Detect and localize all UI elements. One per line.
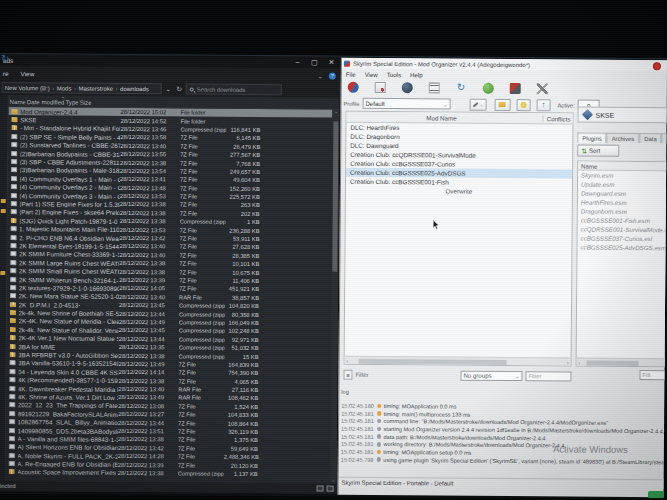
tab[interactable]: Archives — [607, 133, 640, 143]
menu-item[interactable]: Help — [410, 71, 423, 78]
menu-item[interactable]: View — [365, 70, 378, 77]
notification-icon[interactable] — [653, 62, 661, 70]
tab[interactable]: Data — [639, 133, 662, 143]
profile-select[interactable]: Default ⌄ — [362, 98, 450, 110]
open-folder-button[interactable] — [494, 98, 510, 110]
file-type-icon — [11, 226, 17, 231]
filter-menu-button[interactable]: ≡ — [343, 369, 352, 379]
scroll-right-icon[interactable]: › — [567, 359, 569, 365]
column-header[interactable]: Name — [9, 95, 26, 106]
menu-item[interactable]: Tools — [387, 71, 401, 78]
conflicts-column-header[interactable]: Conflicts — [543, 115, 571, 122]
add-instance-icon[interactable] — [483, 83, 494, 94]
log-timestamp: 15:02:45.181 — [341, 433, 374, 439]
file-name: 891921229_BakaFactorySLALAnimation5.40 — [18, 410, 119, 418]
file-name: 2K SMIM Furniture Chest-33369-1-1-1603..… — [19, 250, 120, 258]
plugins-filter-input[interactable]: Filt — [639, 370, 665, 380]
file-name: 2k-4k. New Statue of Shalidor. Version 1… — [18, 326, 119, 334]
file-type-icon — [11, 117, 17, 122]
ribbon-tab[interactable]: re — [3, 70, 9, 77]
file-date: 28/12/2022 13:49 — [118, 394, 178, 400]
table-row[interactable]: Acoustic Space Improvement Fixes (1.2.0.… — [6, 468, 330, 479]
breadcrumb-segment[interactable]: New Volume (B:) — [5, 85, 57, 91]
refresh-icon[interactable] — [456, 83, 467, 94]
update-button[interactable]: ↑ — [536, 99, 550, 111]
tab[interactable]: Saves — [662, 133, 667, 143]
file-type: Compressed (zipp... — [179, 319, 225, 325]
report-icon[interactable] — [375, 82, 386, 93]
refresh-icon[interactable]: ↻ — [175, 85, 184, 93]
chevron-down-icon[interactable]: ⌄ — [318, 72, 323, 79]
column-header[interactable]: Size — [79, 96, 92, 107]
log-level-icon — [376, 442, 381, 447]
file-size: 1,375 KB — [224, 437, 258, 443]
scrollbar-thumb[interactable] — [332, 122, 338, 272]
column-header[interactable]: Type — [64, 96, 78, 107]
mod-list: DLC: HearthFiresDLC: DragonbornDLC: Dawn… — [346, 123, 572, 188]
file-type: 7Z File — [179, 277, 225, 283]
tools-dropdown-button[interactable]: ⌄ — [469, 98, 486, 110]
file-date: 28/12/2022 13:48 — [120, 185, 180, 191]
executable-select[interactable]: SKSE — [577, 107, 666, 124]
breadcrumb-segment[interactable]: downloads — [120, 85, 154, 91]
log-message: timing: MOApplication 0.0 ms — [384, 403, 457, 410]
file-type: Compressed (zipp... — [179, 345, 225, 351]
log-timestamp: 15:02:45.181 — [341, 410, 374, 416]
executables-icon[interactable] — [429, 82, 440, 93]
scroll-left-icon[interactable]: ‹ — [579, 359, 581, 365]
log-message: timing: main() multiprocess 133 ms — [384, 411, 471, 418]
file-type-icon — [9, 419, 15, 424]
horizontal-scrollbar[interactable]: ‹ — [577, 358, 667, 367]
minimize-button[interactable]: – — [289, 56, 306, 68]
help-icon[interactable]: ? — [329, 72, 336, 79]
tab[interactable]: Plugins — [577, 133, 606, 143]
file-type-icon — [10, 360, 16, 365]
nexus-icon[interactable] — [402, 82, 413, 93]
file-name: 2K-4K Ver.1 New Nocturnal Statue SE-56..… — [18, 334, 119, 342]
search-input[interactable]: Search downloads — [186, 83, 282, 95]
sort-button[interactable]: ⇅ Sort — [577, 145, 619, 157]
settings-icon[interactable] — [537, 83, 548, 94]
mod-name-column-header[interactable]: Mod Name — [346, 114, 536, 122]
ribbon-tab[interactable]: View — [21, 70, 35, 77]
file-type: Compressed (zipp... — [179, 336, 225, 342]
log-level-icon — [377, 404, 382, 409]
breadcrumb-segment[interactable]: Masterstroke — [78, 85, 120, 91]
file-name: (4) Community Overlays 1 - Main - CBBE..… — [19, 175, 120, 183]
notifications-button[interactable] — [516, 99, 530, 111]
install-mod-icon[interactable] — [348, 82, 359, 93]
scrollbar-thumb[interactable] — [359, 358, 507, 364]
plugin-row[interactable]: ccBGSSSE025-AdvDSGS.esm — [577, 243, 667, 253]
folder-icon — [0, 271, 5, 275]
horizontal-scrollbar[interactable]: ‹ › — [345, 356, 571, 366]
file-size: 1,137 KB — [224, 471, 258, 477]
list-view-icon[interactable] — [317, 486, 324, 492]
address-dropdown-icon[interactable]: ⌄ — [164, 85, 173, 93]
breadcrumb[interactable]: New Volume (B:)ModsMasterstrokedownloads — [2, 82, 162, 94]
plugins-list: Skyrim.esmUpdate.esmDawnguard.esmHearthF… — [577, 171, 667, 253]
problems-icon[interactable] — [510, 83, 521, 94]
close-button[interactable]: ✕ — [323, 57, 340, 69]
file-type: 7Z File — [178, 412, 224, 418]
maximize-button[interactable]: ▢ — [306, 56, 323, 68]
scroll-down-icon[interactable]: ⌄ — [330, 477, 337, 483]
menu-item[interactable]: File — [346, 70, 356, 77]
breadcrumb-segment[interactable]: Mods — [57, 85, 79, 91]
file-name: 4K (Recommended)-38577-1-0-1595303546 — [18, 376, 119, 384]
scrollbar-thumb[interactable] — [587, 360, 639, 365]
scroll-up-icon[interactable]: ⌃ — [333, 111, 340, 117]
file-date: 28/12/2022 13:38 — [120, 159, 180, 165]
modlist-filter-input[interactable]: Filter — [525, 371, 571, 381]
column-header[interactable]: Date modified — [26, 95, 65, 106]
file-type: 7Z File — [179, 261, 225, 267]
file-name: (SJG) Quick Light Patch-19879-1-0 — [19, 217, 117, 225]
details-view-icon[interactable] — [327, 486, 334, 492]
filter-label: Filter — [355, 371, 368, 377]
file-size: 2,488,346 KB — [224, 454, 258, 460]
file-type-icon — [10, 277, 16, 282]
group-by-select[interactable]: No groups ⌄ — [460, 370, 522, 380]
file-type-icon — [10, 302, 16, 307]
scroll-left-icon[interactable]: ‹ — [347, 357, 349, 363]
overwrite-row[interactable]: Overwrite — [346, 186, 572, 197]
search-placeholder: Search downloads — [197, 86, 246, 92]
